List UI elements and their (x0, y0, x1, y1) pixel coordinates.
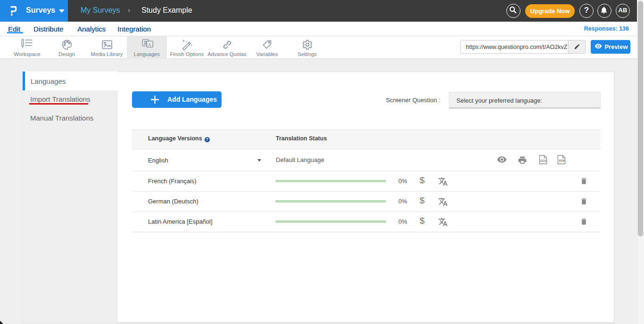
svg-text:DOC: DOC (540, 159, 548, 163)
svg-text:A: A (148, 42, 151, 47)
svg-text:PDF: PDF (559, 159, 565, 163)
